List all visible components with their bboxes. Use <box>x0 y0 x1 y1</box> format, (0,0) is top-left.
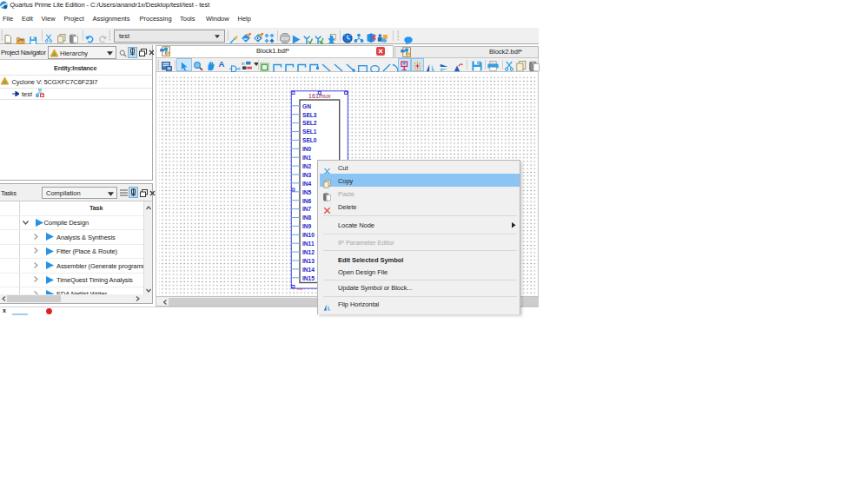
svg-text:IN14: IN14 <box>302 266 315 272</box>
svg-text:IN9: IN9 <box>302 223 312 229</box>
svg-text:IN4: IN4 <box>302 180 312 186</box>
svg-text:SEL2: SEL2 <box>302 120 317 126</box>
svg-text:IN12: IN12 <box>302 248 315 254</box>
svg-text:IN5: IN5 <box>302 188 312 195</box>
svg-text:in: in <box>242 62 245 66</box>
svg-text:IN10: IN10 <box>302 232 315 238</box>
svg-text:IN6: IN6 <box>302 197 312 203</box>
svg-text:IN3: IN3 <box>302 171 312 177</box>
svg-text:STOP: STOP <box>281 37 288 41</box>
svg-text:IN15: IN15 <box>302 274 315 280</box>
svg-text:SEL3: SEL3 <box>302 111 317 117</box>
svg-text:IN7: IN7 <box>302 206 312 212</box>
svg-text:GN: GN <box>302 102 311 109</box>
svg-text:IN1: IN1 <box>302 155 312 161</box>
svg-text:IN8: IN8 <box>302 214 312 221</box>
svg-text:SEL1: SEL1 <box>302 129 317 135</box>
svg-text:IN13: IN13 <box>302 257 315 263</box>
svg-text:IN0: IN0 <box>302 146 312 152</box>
svg-text:SEL0: SEL0 <box>302 137 317 143</box>
svg-text:IN11: IN11 <box>302 241 315 247</box>
svg-text:IN2: IN2 <box>302 162 312 168</box>
svg-text:inst: inst <box>297 286 303 290</box>
